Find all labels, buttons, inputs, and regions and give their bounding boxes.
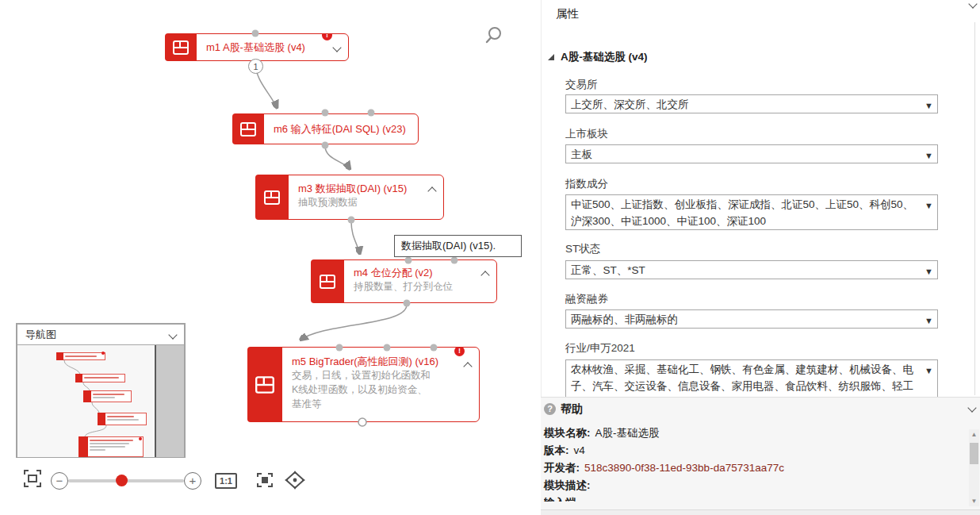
tooltip: 数据抽取(DAI) (v15). [394,235,522,257]
chevron-down-icon[interactable] [968,0,977,9]
dropdown-value: 上交所、深交所、北交所 [571,98,689,110]
field-label-margin: 融资融券 [565,292,608,306]
node-title: m3 数据抽取(DAI) (v15) [298,182,424,195]
dropdown-arrow-icon [924,313,933,329]
center-focus-button[interactable] [255,471,275,490]
module-icon [165,33,197,61]
module-icon [232,113,264,144]
help-title: 帮助 [561,402,583,417]
node-subtitle: 抽取预测数据 [298,195,424,209]
help-row: 模块描述: [544,478,595,493]
help-partial-line: 输入端 [544,496,576,502]
chevron-down-icon[interactable] [967,403,976,412]
zoom-in-button[interactable] [184,472,201,490]
module-icon [255,175,289,220]
panel-bottom-strip [541,509,980,515]
pan-move-button[interactable] [285,471,305,490]
field-label-index: 指数成分 [565,177,608,191]
dropdown-margin[interactable]: 两融标的、非两融标的 [565,309,938,329]
warning-icon [322,34,332,40]
node-title: m1 A股-基础选股 (v4) [206,40,329,54]
dropdown-arrow-icon [924,198,933,214]
node-m3[interactable]: m3 数据抽取(DAI) (v15) 抽取预测数据 [255,175,444,220]
help-row-value: v4 [574,444,585,456]
dropdown-st[interactable]: 正常、ST、*ST [565,260,938,279]
node-title: m6 输入特征(DAI SQL) (v23) [274,122,399,136]
minimap-content[interactable] [17,345,184,457]
field-label-industry: 行业/申万2021 [565,341,635,356]
help-row-value: A股-基础选股 [595,427,660,439]
dropdown-arrow-icon [924,363,933,379]
scrollbar[interactable]: ▲ ▼ [969,429,979,506]
dropdown-arrow-icon [924,263,933,279]
help-row: 版本:v4 [544,444,585,458]
field-label-st: ST状态 [565,242,600,256]
help-panel: 帮助 模块名称:A股-基础选股 版本:v4 开发者:518c3890-0f38-… [541,397,980,515]
chevron-down-icon[interactable] [332,43,341,52]
zoom-slider-handle[interactable] [116,475,128,486]
help-row: 模块名称:A股-基础选股 [544,426,660,440]
minimap-node [56,352,105,360]
minimap-header: 导航图 [17,325,184,345]
zoom-out-button[interactable] [51,472,68,490]
section-header[interactable]: A股-基础选股 (v4) [548,50,648,64]
chevron-up-icon[interactable] [427,186,436,195]
scrollbar-thumb[interactable] [970,443,978,464]
node-m5[interactable]: m5 BigTrader(高性能回测) (v16) 交易，日线，设置初始化函数和… [247,347,480,422]
panel-title: 属性 [556,6,579,21]
edge-m6-m3 [325,146,350,170]
dropdown-index[interactable]: 中证500、上证指数、创业板指、深证成指、北证50、上证50、科创50、沪深30… [565,194,938,230]
node-m4[interactable]: m4 仓位分配 (v2) 持股数量、打分到仓位 [311,259,497,303]
edge-m3-m4 [351,221,360,255]
minimap-outside-shade [156,345,184,457]
fit-view-button[interactable] [24,470,41,487]
node-subtitle: 交易，日线，设置初始化函数和K线处理函数，以及初始资金、基准等 [292,368,436,411]
node-m6[interactable]: m6 输入特征(DAI SQL) (v23) [232,113,419,144]
dropdown-arrow-icon [924,98,933,113]
minimap-warning-dot [139,437,142,440]
warning-icon [454,348,465,356]
scroll-up-icon[interactable]: ▲ [969,431,979,438]
dropdown-value: 正常、ST、*ST [571,264,645,276]
chevron-down-icon[interactable] [168,330,177,339]
chevron-up-icon[interactable] [463,362,472,371]
search-icon[interactable] [482,25,504,48]
field-label-board: 上市板块 [565,127,608,141]
dropdown-value: 农林牧渔、采掘、基础化工、钢铁、有色金属、建筑建材、机械设备、电子、汽车、交运设… [571,363,913,392]
minimap-node [78,436,144,457]
dropdown-industry[interactable]: 农林牧渔、采掘、基础化工、钢铁、有色金属、建筑建材、机械设备、电子、汽车、交运设… [565,359,938,402]
module-icon [247,347,282,422]
section-title: A股-基础选股 (v4) [561,50,648,64]
minimap-node [75,374,125,382]
node-subtitle: 持股数量、打分到仓位 [354,279,477,294]
edge-order-badge: 1 [248,59,263,74]
edge-m4-m5 [300,305,407,340]
node-title: m5 BigTrader(高性能回测) (v16) [292,355,460,368]
scroll-down-icon[interactable]: ▼ [969,498,979,505]
dropdown-arrow-icon [924,148,933,163]
dropdown-value: 两融标的、非两融标的 [571,313,678,325]
developer-id: 518c3890-0f38-11ed-93bb-da75731aa77c [584,462,784,474]
help-row-label: 版本: [544,444,569,456]
help-icon [544,403,556,415]
minimap-node [98,413,147,425]
help-row-label: 模块描述: [544,479,591,491]
scrollbar-track[interactable] [974,22,975,395]
node-m1[interactable]: m1 A股-基础选股 (v4) [165,33,349,61]
module-icon [311,259,344,303]
dropdown-board[interactable]: 主板 [565,144,938,163]
node-title: m4 仓位分配 (v2) [354,266,477,279]
help-row: 开发者:518c3890-0f38-11ed-93bb-da75731aa77c [544,461,784,475]
help-row-label: 模块名称: [544,427,591,439]
dropdown-value: 主板 [571,148,592,160]
flow-canvas[interactable]: m1 A股-基础选股 (v4) m6 输入特征(DAI SQL) (v23) m… [0,0,541,515]
minimap-node [83,390,132,402]
field-label-exchange: 交易所 [565,78,598,92]
minimap[interactable]: 导航图 [16,323,186,458]
dropdown-exchange[interactable]: 上交所、深交所、北交所 [565,94,938,113]
minimap-title: 导航图 [25,328,56,342]
zoom-reset-button[interactable]: 1:1 [215,473,237,489]
chevron-up-icon[interactable] [480,271,489,279]
expand-triangle-icon [548,54,554,60]
minimap-warning-dot [101,352,105,355]
